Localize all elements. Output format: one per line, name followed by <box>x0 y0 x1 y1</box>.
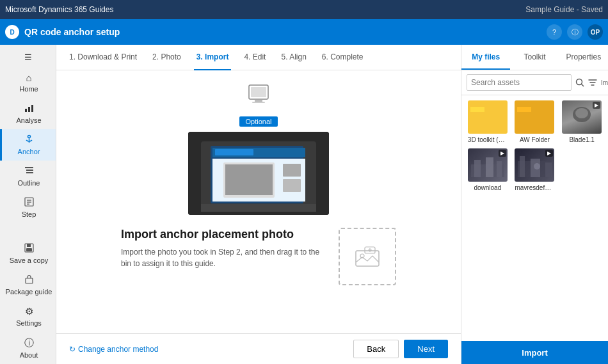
app-title: QR code anchor setup <box>24 27 541 37</box>
tab-toolkit[interactable]: Toolkit <box>510 45 559 70</box>
step-complete[interactable]: 6. Complete <box>319 45 366 70</box>
svg-rect-1 <box>28 107 30 112</box>
save-copy-icon <box>24 243 34 255</box>
sidebar-item-settings[interactable]: ⚙ Settings <box>0 301 56 332</box>
step-import[interactable]: 3. Import <box>194 45 232 70</box>
asset-badge-download: ▶ <box>499 150 506 157</box>
sidebar-label-settings: Settings <box>16 319 42 327</box>
steps-navigation: 1. Download & Print 2. Photo 3. Import 4… <box>56 45 461 70</box>
info-button[interactable]: ⓘ <box>567 24 582 40</box>
sidebar-item-outline[interactable]: Outline <box>0 161 56 192</box>
optional-badge: Optional <box>239 116 278 127</box>
home-icon: ⌂ <box>26 72 31 83</box>
svg-rect-44 <box>517 107 531 112</box>
sidebar-item-about[interactable]: ⓘ About <box>0 332 56 364</box>
sidebar-label-analyse: Analyse <box>16 116 41 124</box>
about-icon: ⓘ <box>24 337 34 349</box>
step-edit[interactable]: 4. Edit <box>241 45 268 70</box>
svg-point-3 <box>28 136 30 138</box>
asset-label-3d-toolkit: 3D toolkit (custom) <box>468 136 508 143</box>
asset-badge-mavres: ▶ <box>545 150 553 157</box>
search-icon-button[interactable] <box>575 75 584 90</box>
step-description: Import the photo you took in Step 2, and… <box>121 246 326 269</box>
back-button[interactable]: Back <box>353 340 399 358</box>
refresh-icon: ↻ <box>69 345 76 354</box>
sidebar-label-anchor: Anchor <box>18 148 40 155</box>
asset-mavresdefault[interactable]: ▶ mavresdefault <box>514 148 556 191</box>
svg-rect-7 <box>26 172 33 173</box>
svg-rect-27 <box>225 164 273 195</box>
main-layout: ☰ ⌂ Home Analyse Anchor Outline <box>0 45 608 364</box>
sidebar-item-package-guide[interactable]: Package guide <box>0 269 56 301</box>
tab-my-files[interactable]: My files <box>461 45 510 70</box>
svg-rect-43 <box>517 109 552 131</box>
import-button[interactable]: Import <box>461 341 608 364</box>
sidebar-label-home: Home <box>19 85 38 93</box>
anchor-icon <box>24 134 34 146</box>
sidebar-label-package: Package guide <box>6 288 52 296</box>
asset-thumb-aw-folder <box>515 100 554 134</box>
filter-button[interactable] <box>588 75 597 90</box>
change-anchor-method[interactable]: ↻ Change anchor method <box>69 345 158 354</box>
sidebar-item-anchor[interactable]: Anchor <box>0 129 56 161</box>
asset-download[interactable]: ▶ download <box>467 148 509 191</box>
drop-zone[interactable] <box>339 228 396 285</box>
main-step-row: Import anchor placement photo Import the… <box>121 228 396 285</box>
images-label: Images <box>601 79 608 86</box>
step-photo[interactable]: 2. Photo <box>150 45 184 70</box>
search-input[interactable] <box>467 74 572 91</box>
computer-icon <box>246 83 271 111</box>
next-button[interactable]: Next <box>404 340 448 358</box>
svg-rect-14 <box>26 248 32 251</box>
svg-rect-52 <box>497 161 502 177</box>
sidebar-hamburger[interactable]: ☰ <box>0 47 56 67</box>
sidebar-label-save-copy: Save a copy <box>10 257 49 264</box>
sidebar-item-home[interactable]: ⌂ Home <box>0 67 56 98</box>
sidebar-label-about: About <box>20 351 38 359</box>
asset-aw-folder[interactable]: AW Folder <box>514 100 556 143</box>
svg-rect-5 <box>25 167 33 168</box>
svg-rect-30 <box>201 204 316 212</box>
sidebar-item-step[interactable]: Step <box>0 192 56 223</box>
svg-rect-19 <box>252 102 265 103</box>
step-download-print[interactable]: 1. Download & Print <box>67 45 140 70</box>
settings-icon: ⚙ <box>25 306 33 317</box>
assets-grid: 3D toolkit (custom) AW Folder ▶ <box>461 95 608 341</box>
asset-label-download: download <box>474 184 501 191</box>
svg-rect-51 <box>486 157 493 177</box>
svg-rect-2 <box>31 105 33 112</box>
sidebar-item-analyse[interactable]: Analyse <box>0 98 56 129</box>
asset-label-mavresdefault: mavresdefault <box>515 184 554 191</box>
svg-rect-55 <box>520 156 525 177</box>
asset-blade1-1[interactable]: ▶ Blade1.1 <box>561 100 603 143</box>
sidebar-item-save-copy[interactable]: Save a copy <box>0 238 56 269</box>
titlebar: Microsoft Dynamics 365 Guides Sample Gui… <box>0 0 608 19</box>
svg-point-47 <box>575 108 588 118</box>
svg-rect-41 <box>470 109 505 131</box>
svg-point-58 <box>534 163 540 170</box>
step-align[interactable]: 5. Align <box>278 45 308 70</box>
step-icon <box>24 197 34 209</box>
asset-thumb-download: ▶ <box>468 148 508 182</box>
svg-rect-15 <box>26 278 33 283</box>
anchor-photo <box>188 132 329 215</box>
panel-tabs: My files Toolkit Properties <box>461 45 608 70</box>
asset-3d-toolkit-custom[interactable]: 3D toolkit (custom) <box>467 100 509 143</box>
appbar: D QR code anchor setup ? ⓘ OP <box>0 19 608 45</box>
nav-buttons: Back Next <box>353 340 448 358</box>
right-panel: My files Toolkit Properties Images Name <box>461 45 608 364</box>
help-button[interactable]: ? <box>547 24 562 40</box>
svg-rect-24 <box>215 149 253 155</box>
tab-properties[interactable]: Properties <box>559 45 608 70</box>
outline-icon <box>24 166 34 177</box>
svg-rect-42 <box>470 107 484 112</box>
content-area: 1. Download & Print 2. Photo 3. Import 4… <box>56 45 461 364</box>
svg-rect-6 <box>26 170 33 171</box>
bottom-bar: ↻ Change anchor method Back Next <box>56 333 461 364</box>
svg-rect-0 <box>25 109 27 112</box>
sidebar: ☰ ⌂ Home Analyse Anchor Outline <box>0 45 56 364</box>
svg-rect-50 <box>474 160 481 177</box>
step-content: Optional <box>56 70 461 333</box>
asset-label-aw-folder: AW Folder <box>520 136 550 143</box>
user-avatar[interactable]: OP <box>588 24 603 40</box>
